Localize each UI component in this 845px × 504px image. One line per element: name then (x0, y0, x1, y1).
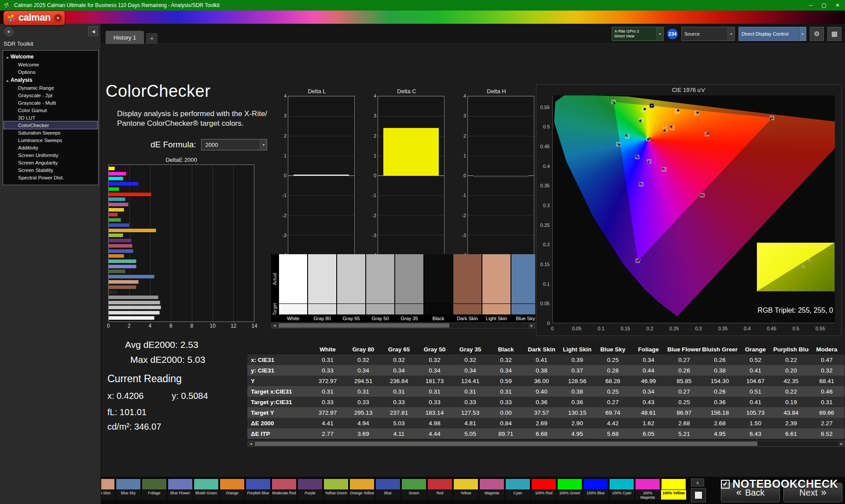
swatch-light-skin: Light Skin (482, 254, 511, 322)
patch-button-moderate-red[interactable]: Moderate Red (272, 478, 297, 500)
nav-item-additivity[interactable]: Additivity (4, 144, 97, 151)
nav-item-options[interactable]: Options (4, 68, 97, 76)
patch-color (142, 478, 167, 490)
actual-swatch (308, 254, 336, 303)
scroll-right-button[interactable]: ► (529, 323, 535, 328)
target-swatch (308, 304, 336, 314)
rainbow-brand-strip (0, 11, 845, 24)
patch-button-yellow-green[interactable]: Yellow Green (323, 478, 349, 500)
patch-label: 100% Blue (583, 490, 608, 500)
sidebar-collapse-button[interactable]: ◀ (88, 26, 98, 36)
bar (473, 175, 529, 177)
nav-item-saturation-sweeps[interactable]: Saturation Sweeps (4, 129, 97, 136)
patch-button-magenta[interactable]: Magenta (479, 478, 504, 500)
gridline (288, 96, 354, 97)
cell: 237.81 (381, 407, 417, 418)
swatch-white: White (279, 254, 307, 322)
pattern-window-button[interactable] (691, 488, 706, 502)
patch-button-blue[interactable]: Blue (375, 478, 400, 500)
calman-logo[interactable]: calman ▼ (4, 11, 65, 25)
axis-tick-label: 0.2 (543, 242, 550, 247)
nav-item-3d-lut[interactable]: 3D LUT (4, 114, 97, 121)
workflow-icon[interactable] (4, 27, 13, 36)
chart-title: Delta L (279, 88, 355, 96)
nav-item-spectral-power-dist[interactable]: Spectral Power Dist. (4, 174, 97, 181)
add-tab-button[interactable]: + (146, 33, 158, 44)
scroll-track[interactable] (278, 323, 529, 328)
patch-button-100-yellow[interactable]: 100% Yellow (661, 478, 686, 500)
nav-section-analysis[interactable]: ▴Analysis (4, 76, 97, 84)
patch-button-cyan[interactable]: Cyan (505, 478, 530, 500)
table-scrollbar[interactable]: ◄ ► (247, 441, 845, 447)
tab-history-1[interactable]: History 1 (106, 31, 144, 44)
cell: 0.20 (773, 365, 809, 376)
bar-row (109, 203, 254, 206)
cell: 0.33 (417, 397, 452, 407)
axis-tick-label: 2 (284, 133, 287, 139)
cell: 68.41 (809, 376, 845, 386)
nav-item-colorchecker[interactable]: ColorChecker (4, 121, 97, 129)
patch-button-foliage[interactable]: Foliage (142, 478, 167, 500)
patch-button-purplish-blue[interactable]: Purplish Blue (246, 478, 271, 500)
section-caret-icon: ▴ (7, 79, 8, 83)
nav-item-screen-uniformity[interactable]: Screen Uniformity (4, 151, 97, 159)
patch-button-yellow[interactable]: Yellow (453, 478, 478, 500)
nav-item-welcome[interactable]: Welcome (4, 61, 97, 68)
patch-button-100-blue[interactable]: 100% Blue (583, 478, 608, 500)
bar (109, 197, 125, 201)
nav-section-welcome[interactable]: ▴Welcome (4, 52, 97, 61)
row-label: x: CIE31 (247, 354, 310, 365)
cell: 0.33 (345, 397, 381, 407)
bar-row (109, 239, 254, 242)
top-controls: X-Rite i1Pro 2 Direct View ▼ 234 Source … (612, 27, 841, 41)
patch-button-100-green[interactable]: 100% Green (557, 478, 582, 500)
bar (109, 234, 123, 237)
settings-button[interactable]: ⚙ (810, 27, 824, 41)
layout-button[interactable]: ▦ (827, 27, 841, 41)
axis-tick-label: 2 (128, 323, 131, 329)
scroll-thumb[interactable] (279, 323, 449, 328)
nav-item-color-gamut[interactable]: Color Gamut (4, 106, 97, 114)
table-row: Y372.97294.51236.84181.73124.410.5936.00… (247, 376, 845, 386)
close-button[interactable]: ✕ (835, 2, 840, 8)
nav-item-dynamic-range[interactable]: Dynamic Range (4, 84, 97, 91)
cell: 0.32 (452, 354, 488, 365)
patch-button-blue-flower[interactable]: Blue Flower (168, 478, 193, 500)
patch-button-orange-yellow[interactable]: Orange Yellow (349, 478, 375, 500)
swatch-scrollbar[interactable]: ◄ ► (271, 322, 535, 329)
nav-item-luminance-sweeps[interactable]: Luminance Sweeps (4, 136, 97, 144)
gridline (378, 235, 444, 235)
nav-item-screen-stability[interactable]: Screen Stability (4, 166, 97, 174)
patch-button-blue-sky[interactable]: Blue Sky (116, 478, 141, 500)
nav-item-grayscale-2pt[interactable]: Grayscale - 2pt (4, 91, 97, 99)
nav-item-grayscale-multi[interactable]: Grayscale - Multi (4, 99, 97, 106)
bar (294, 175, 349, 175)
scroll-left-button[interactable]: ◄ (248, 441, 254, 446)
bar-row (109, 218, 254, 222)
minimize-button[interactable]: ─ (809, 2, 813, 8)
patch-list-up-button[interactable]: ∧ (691, 478, 704, 486)
column-header: Light Skin (559, 344, 595, 354)
de-formula-select[interactable]: 2000 ▼ (201, 139, 267, 150)
maximize-button[interactable]: ▢ (822, 2, 827, 8)
logo-menu-button[interactable]: ▼ (54, 14, 62, 22)
scroll-left-button[interactable]: ◄ (272, 323, 278, 328)
patch-button-bluish-green[interactable]: Bluish Green (194, 478, 219, 500)
patch-button-red[interactable]: Red (427, 478, 452, 500)
plot-area (378, 96, 445, 255)
patch-button-100-cyan[interactable]: 100% Cyan (609, 478, 634, 500)
patch-button-purple[interactable]: Purple (298, 478, 323, 500)
scroll-right-button[interactable]: ► (838, 441, 845, 446)
display-control-selector[interactable]: Direct Display Control ▼ (738, 27, 806, 41)
source-selector[interactable]: Source ▼ (681, 27, 735, 41)
patch-button-100-magenta[interactable]: 100% Magenta (635, 478, 660, 500)
swatch-blue-sky: Blue Sky (511, 254, 535, 322)
nav-item-screen-angularity[interactable]: Screen Angularity (4, 159, 97, 166)
patch-button-100-red[interactable]: 100% Red (531, 478, 556, 500)
patch-button-orange[interactable]: Orange (220, 478, 245, 500)
patch-button-light-skin[interactable]: Light Skin (101, 478, 115, 500)
scroll-thumb[interactable] (255, 442, 757, 446)
scroll-track[interactable] (254, 441, 838, 446)
meter-selector[interactable]: X-Rite i1Pro 2 Direct View ▼ (612, 27, 664, 41)
patch-button-green[interactable]: Green (401, 478, 426, 500)
